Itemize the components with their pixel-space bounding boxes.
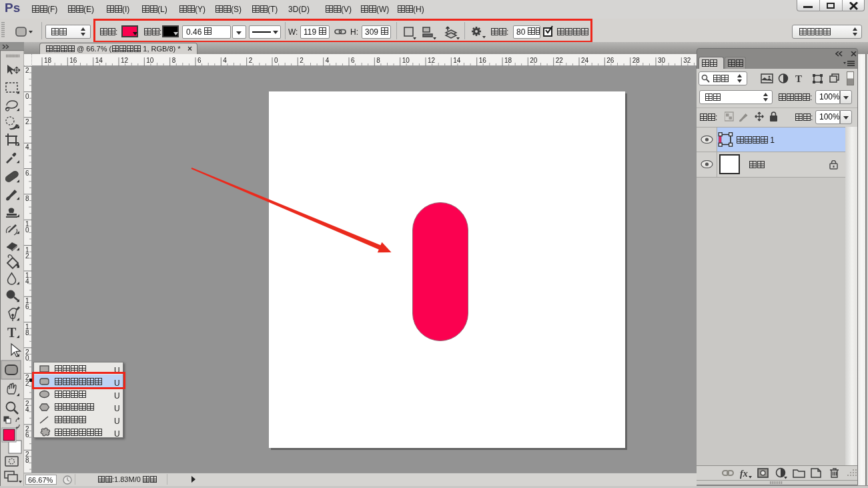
svg-text:32: 32 bbox=[683, 57, 691, 64]
svg-text:24: 24 bbox=[581, 57, 589, 64]
svg-text:2: 2 bbox=[249, 57, 253, 64]
svg-text:8: 8 bbox=[172, 57, 176, 64]
svg-text:12: 12 bbox=[121, 57, 129, 64]
svg-text:fx: fx bbox=[740, 469, 748, 479]
svg-text:18: 18 bbox=[44, 57, 52, 64]
svg-text:6: 6 bbox=[197, 57, 201, 64]
svg-text:16: 16 bbox=[69, 57, 77, 64]
svg-text:20: 20 bbox=[530, 57, 538, 64]
svg-text:T: T bbox=[795, 73, 802, 84]
svg-text:14: 14 bbox=[453, 57, 461, 64]
svg-text:6: 6 bbox=[351, 57, 355, 64]
svg-text:22: 22 bbox=[556, 57, 564, 64]
svg-text:10: 10 bbox=[146, 57, 154, 64]
svg-text:0: 0 bbox=[274, 57, 278, 64]
svg-text:2: 2 bbox=[25, 118, 29, 126]
svg-text:4: 4 bbox=[223, 57, 227, 64]
svg-text:4: 4 bbox=[25, 144, 29, 151]
svg-text:12: 12 bbox=[428, 57, 436, 64]
svg-text:2: 2 bbox=[25, 67, 29, 74]
svg-text:T: T bbox=[7, 325, 17, 340]
svg-text:8: 8 bbox=[25, 195, 29, 202]
svg-text:0: 0 bbox=[25, 93, 29, 100]
svg-text:30: 30 bbox=[658, 57, 666, 64]
svg-text:16: 16 bbox=[479, 57, 487, 64]
svg-text:26: 26 bbox=[606, 57, 614, 64]
svg-text:10: 10 bbox=[402, 57, 410, 64]
svg-text:28: 28 bbox=[632, 57, 640, 64]
svg-text:2: 2 bbox=[300, 57, 304, 64]
svg-text:14: 14 bbox=[95, 57, 103, 64]
svg-text:4: 4 bbox=[326, 57, 330, 64]
svg-text:18: 18 bbox=[504, 57, 512, 64]
svg-text:6: 6 bbox=[25, 170, 29, 177]
svg-text:8: 8 bbox=[376, 57, 380, 64]
